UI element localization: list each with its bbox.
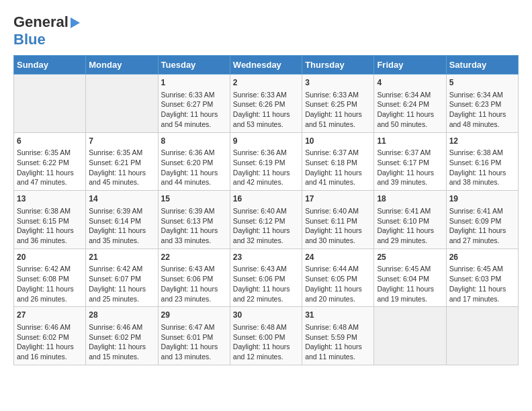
day-content: Sunset: 6:00 PM <box>233 332 299 342</box>
day-number: 27 <box>17 310 83 321</box>
day-number: 13 <box>17 193 83 205</box>
day-content: Daylight: 11 hours and 19 minutes. <box>377 284 443 304</box>
day-content: Sunset: 6:03 PM <box>449 274 515 284</box>
day-number: 21 <box>89 252 154 263</box>
day-content: Sunset: 6:02 PM <box>89 332 154 342</box>
day-content: Daylight: 11 hours and 50 minutes. <box>377 109 443 129</box>
calendar-cell: 11Sunrise: 6:37 AMSunset: 6:17 PMDayligh… <box>374 132 446 191</box>
calendar-cell: 10Sunrise: 6:37 AMSunset: 6:18 PMDayligh… <box>302 132 374 191</box>
logo-blue: Blue <box>13 31 46 48</box>
day-number: 9 <box>233 136 299 147</box>
day-content: Sunset: 6:14 PM <box>89 216 154 226</box>
day-content: Sunrise: 6:38 AM <box>449 148 515 158</box>
calendar-cell: 5Sunrise: 6:34 AMSunset: 6:23 PMDaylight… <box>446 75 518 133</box>
day-content: Sunset: 5:59 PM <box>305 332 371 342</box>
day-content: Sunset: 6:21 PM <box>89 158 154 168</box>
day-content: Daylight: 11 hours and 25 minutes. <box>89 284 154 304</box>
day-content: Daylight: 11 hours and 53 minutes. <box>233 109 299 129</box>
day-content: Daylight: 11 hours and 54 minutes. <box>161 109 227 129</box>
day-number: 8 <box>161 136 227 147</box>
day-content: Sunset: 6:19 PM <box>233 158 299 168</box>
calendar-cell: 20Sunrise: 6:42 AMSunset: 6:08 PMDayligh… <box>14 248 86 307</box>
day-content: Sunrise: 6:36 AM <box>233 148 299 158</box>
day-number: 3 <box>305 77 371 89</box>
calendar-cell: 22Sunrise: 6:43 AMSunset: 6:06 PMDayligh… <box>158 248 230 307</box>
day-content: Sunset: 6:12 PM <box>233 216 299 226</box>
day-content: Sunset: 6:07 PM <box>89 274 154 284</box>
day-content: Sunset: 6:16 PM <box>449 158 515 168</box>
day-number: 22 <box>161 252 227 263</box>
day-content: Daylight: 11 hours and 39 minutes. <box>377 168 443 187</box>
day-number: 16 <box>233 193 299 205</box>
day-content: Sunset: 6:25 PM <box>305 99 371 109</box>
day-content: Sunrise: 6:46 AM <box>17 322 83 332</box>
day-content: Sunset: 6:23 PM <box>449 99 515 109</box>
day-content: Sunrise: 6:42 AM <box>17 264 83 274</box>
day-content: Daylight: 11 hours and 20 minutes. <box>305 284 371 304</box>
day-content: Daylight: 11 hours and 48 minutes. <box>449 109 515 129</box>
day-content: Sunrise: 6:36 AM <box>161 148 227 158</box>
day-content: Sunset: 6:01 PM <box>161 332 227 342</box>
day-content: Sunrise: 6:37 AM <box>377 148 443 158</box>
day-content: Sunset: 6:15 PM <box>17 216 83 226</box>
weekday-header: Tuesday <box>158 56 230 75</box>
calendar-cell: 17Sunrise: 6:40 AMSunset: 6:11 PMDayligh… <box>302 191 374 249</box>
day-number: 31 <box>305 310 371 321</box>
calendar-cell: 19Sunrise: 6:41 AMSunset: 6:09 PMDayligh… <box>446 191 518 249</box>
day-content: Sunrise: 6:41 AM <box>449 206 515 216</box>
day-content: Daylight: 11 hours and 30 minutes. <box>305 226 371 245</box>
day-content: Sunset: 6:22 PM <box>17 158 83 168</box>
day-number: 24 <box>305 252 371 263</box>
day-content: Sunrise: 6:45 AM <box>377 264 443 274</box>
weekday-header: Sunday <box>14 56 86 75</box>
day-number: 6 <box>17 136 83 147</box>
day-content: Sunrise: 6:45 AM <box>449 264 515 274</box>
calendar-cell: 6Sunrise: 6:35 AMSunset: 6:22 PMDaylight… <box>14 132 86 191</box>
logo-general: General <box>13 13 69 31</box>
day-content: Daylight: 11 hours and 33 minutes. <box>161 226 227 245</box>
calendar-cell: 1Sunrise: 6:33 AMSunset: 6:27 PMDaylight… <box>158 75 230 133</box>
day-number: 25 <box>377 252 443 263</box>
calendar-cell: 23Sunrise: 6:43 AMSunset: 6:06 PMDayligh… <box>230 248 302 307</box>
logo-arrow-icon <box>71 17 80 28</box>
day-number: 30 <box>233 310 299 321</box>
day-content: Daylight: 11 hours and 36 minutes. <box>17 226 83 245</box>
calendar-week-row: 27Sunrise: 6:46 AMSunset: 6:02 PMDayligh… <box>14 307 519 365</box>
page-header: General Blue <box>13 13 519 48</box>
calendar-cell: 31Sunrise: 6:48 AMSunset: 5:59 PMDayligh… <box>302 307 374 365</box>
day-content: Sunrise: 6:39 AM <box>89 206 154 216</box>
day-content: Daylight: 11 hours and 22 minutes. <box>233 284 299 304</box>
day-number: 20 <box>17 252 83 263</box>
day-number: 14 <box>89 193 154 205</box>
day-content: Daylight: 11 hours and 13 minutes. <box>161 342 227 361</box>
day-content: Sunrise: 6:35 AM <box>17 148 83 158</box>
day-content: Sunset: 6:13 PM <box>161 216 227 226</box>
day-number: 15 <box>161 193 227 205</box>
calendar-cell: 29Sunrise: 6:47 AMSunset: 6:01 PMDayligh… <box>158 307 230 365</box>
day-content: Sunrise: 6:40 AM <box>305 206 371 216</box>
day-content: Sunrise: 6:34 AM <box>449 90 515 100</box>
day-content: Sunset: 6:26 PM <box>233 99 299 109</box>
day-number: 17 <box>305 193 371 205</box>
day-content: Sunrise: 6:34 AM <box>377 90 443 100</box>
day-number: 19 <box>449 193 515 205</box>
calendar-cell: 28Sunrise: 6:46 AMSunset: 6:02 PMDayligh… <box>86 307 158 365</box>
day-content: Sunset: 6:27 PM <box>161 99 227 109</box>
day-number: 4 <box>377 77 443 89</box>
calendar-cell: 4Sunrise: 6:34 AMSunset: 6:24 PMDaylight… <box>374 75 446 133</box>
weekday-header: Wednesday <box>230 56 302 75</box>
day-content: Sunrise: 6:37 AM <box>305 148 371 158</box>
day-number: 26 <box>449 252 515 263</box>
calendar-cell: 8Sunrise: 6:36 AMSunset: 6:20 PMDaylight… <box>158 132 230 191</box>
day-content: Daylight: 11 hours and 29 minutes. <box>377 226 443 245</box>
calendar-week-row: 1Sunrise: 6:33 AMSunset: 6:27 PMDaylight… <box>14 75 519 133</box>
day-content: Sunset: 6:18 PM <box>305 158 371 168</box>
day-number: 5 <box>449 77 515 89</box>
calendar-cell: 14Sunrise: 6:39 AMSunset: 6:14 PMDayligh… <box>86 191 158 249</box>
calendar-cell: 13Sunrise: 6:38 AMSunset: 6:15 PMDayligh… <box>14 191 86 249</box>
calendar-cell: 9Sunrise: 6:36 AMSunset: 6:19 PMDaylight… <box>230 132 302 191</box>
weekday-header: Friday <box>374 56 446 75</box>
calendar-cell: 18Sunrise: 6:41 AMSunset: 6:10 PMDayligh… <box>374 191 446 249</box>
day-number: 2 <box>233 77 299 89</box>
day-content: Sunrise: 6:33 AM <box>161 90 227 100</box>
